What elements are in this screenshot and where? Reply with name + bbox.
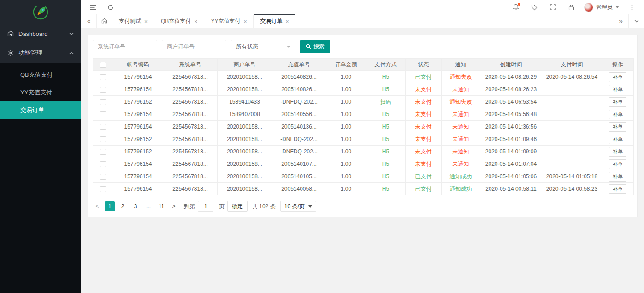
rocket-logo-icon [32, 3, 49, 21]
tabs-scroll-right-icon[interactable]: » [613, 14, 628, 28]
tabs-menu-icon[interactable] [628, 14, 644, 28]
page-number-button[interactable]: 2 [118, 201, 128, 211]
lock-icon[interactable] [566, 2, 577, 13]
notify-cell: 通知失败 [442, 71, 480, 83]
tag-icon[interactable] [529, 2, 540, 13]
row-checkbox-cell [93, 96, 113, 108]
row-checkbox[interactable] [100, 186, 106, 192]
reissue-order-button[interactable]: 补单 [609, 72, 626, 82]
row-checkbox[interactable] [100, 149, 106, 155]
row-checkbox[interactable] [100, 174, 106, 180]
reissue-order-button[interactable]: 补单 [609, 97, 626, 107]
tab-bar: « 支付测试×QB充值支付×YY充值支付×交易订单× » [81, 14, 644, 28]
created-at-cell: 2020-05-14 01:09:09 [480, 146, 542, 158]
merchant-no-cell: 1589407008 [218, 108, 272, 121]
more-options-icon[interactable] [626, 2, 638, 13]
per-page-select[interactable]: 10 条/页 [280, 201, 316, 212]
tab-list: 支付测试×QB充值支付×YY充值支付×交易订单× [112, 14, 295, 28]
reissue-order-button[interactable]: 补单 [609, 159, 626, 169]
select-caret-icon [287, 46, 290, 48]
sidebar-item-function-management[interactable]: 功能管理 [0, 43, 81, 63]
paid-at-cell [542, 146, 602, 158]
amount-cell: 1.00 [326, 108, 366, 121]
confirm-button[interactable]: 确定 [227, 201, 248, 212]
top-header: 管理员 [81, 0, 644, 14]
search-button[interactable]: 搜索 [300, 40, 330, 53]
tab[interactable]: 交易订单× [254, 14, 295, 28]
table-row: 1577961522254567818...1589410433-DNFDQ-2… [93, 96, 634, 108]
system-order-no-input[interactable] [93, 40, 157, 53]
sidebar-subitem[interactable]: 交易订单 [0, 101, 81, 119]
action-cell: 补单 [602, 121, 634, 133]
row-checkbox[interactable] [100, 136, 106, 142]
prev-page-button[interactable]: < [93, 203, 102, 210]
sidebar-subitem[interactable]: QB充值支付 [0, 66, 81, 84]
row-checkbox[interactable] [100, 74, 106, 80]
action-cell: 补单 [602, 71, 634, 83]
tab[interactable]: YY充值支付× [204, 14, 254, 28]
row-checkbox-cell [93, 158, 113, 170]
row-checkbox[interactable] [100, 124, 106, 130]
status-cell: 已支付 [406, 170, 442, 183]
page-ellipsis: ... [143, 201, 154, 211]
tab[interactable]: 支付测试× [112, 14, 154, 28]
next-page-button[interactable]: > [169, 203, 178, 210]
sidebar-item-dashboard[interactable]: Dashboard [0, 24, 81, 43]
system-no-cell: 2254567818... [163, 146, 218, 158]
notify-cell: 未通知 [442, 133, 480, 146]
tab-close-icon[interactable]: × [243, 19, 247, 24]
action-cell: 补单 [602, 83, 634, 96]
reissue-order-button[interactable]: 补单 [609, 184, 626, 194]
app-logo[interactable] [0, 0, 81, 24]
refresh-icon[interactable] [105, 2, 116, 13]
page-number-button[interactable]: 3 [130, 201, 141, 211]
header-checkbox-cell [93, 59, 113, 71]
action-cell: 补单 [602, 158, 634, 170]
user-menu[interactable]: 管理员 [584, 3, 619, 12]
jump-page-input[interactable] [198, 201, 213, 212]
sidebar-subitem[interactable]: YY充值支付 [0, 84, 81, 101]
tab-close-icon[interactable]: × [194, 19, 197, 24]
reissue-order-button[interactable]: 补单 [609, 135, 626, 144]
table-row: 1577961522254567818...2020100158...-DNFD… [93, 146, 634, 158]
row-checkbox[interactable] [100, 99, 106, 105]
reissue-order-button[interactable]: 补单 [609, 110, 626, 119]
system-no-cell: 2254567818... [163, 170, 218, 183]
main-area: 管理员 « 支付测试×QB充值支付×YY充值支付×交易订单× » [81, 0, 644, 293]
select-all-checkbox[interactable] [100, 62, 106, 68]
merchant-no-cell: 2020100158... [218, 133, 272, 146]
reissue-order-button[interactable]: 补单 [609, 85, 626, 94]
pay-method-cell: H5 [366, 71, 406, 83]
reissue-order-button[interactable]: 补单 [609, 147, 626, 157]
page-content: 所有状态 搜索 帐号编码系统单号商户单号充值单号订单金额支付方式状态通知创建时间… [81, 28, 644, 293]
status-select[interactable]: 所有状态 [231, 40, 295, 53]
fullscreen-icon[interactable] [547, 2, 558, 13]
tab-close-icon[interactable]: × [144, 19, 148, 24]
row-checkbox[interactable] [100, 161, 106, 167]
menu-fold-icon[interactable] [88, 2, 99, 13]
notification-bell-icon[interactable] [510, 2, 521, 13]
user-caret-icon [615, 6, 619, 8]
row-checkbox[interactable] [100, 87, 106, 93]
merchant-order-no-input[interactable] [162, 40, 226, 53]
row-checkbox-cell [93, 133, 113, 146]
row-checkbox[interactable] [100, 111, 106, 117]
tab-close-icon[interactable]: × [285, 19, 289, 24]
system-no-cell: 2254567818... [163, 108, 218, 121]
page-number-button[interactable]: 11 [156, 201, 166, 211]
tab[interactable]: QB充值支付× [154, 14, 204, 28]
table-row: 1577961542254567818...2020100158...20051… [93, 170, 634, 183]
reissue-order-button[interactable]: 补单 [609, 122, 626, 132]
avatar [584, 3, 593, 12]
reissue-order-button[interactable]: 补单 [609, 172, 626, 182]
home-tab[interactable] [97, 14, 112, 28]
row-checkbox-cell [93, 170, 113, 183]
row-checkbox-cell [93, 183, 113, 195]
action-cell: 补单 [602, 108, 634, 121]
status-cell: 未支付 [406, 146, 442, 158]
action-cell: 补单 [602, 183, 634, 195]
page-number-button[interactable]: 1 [105, 201, 115, 211]
status-cell: 未支付 [406, 96, 442, 108]
tabs-scroll-left-icon[interactable]: « [81, 14, 97, 28]
paid-at-cell [542, 133, 602, 146]
